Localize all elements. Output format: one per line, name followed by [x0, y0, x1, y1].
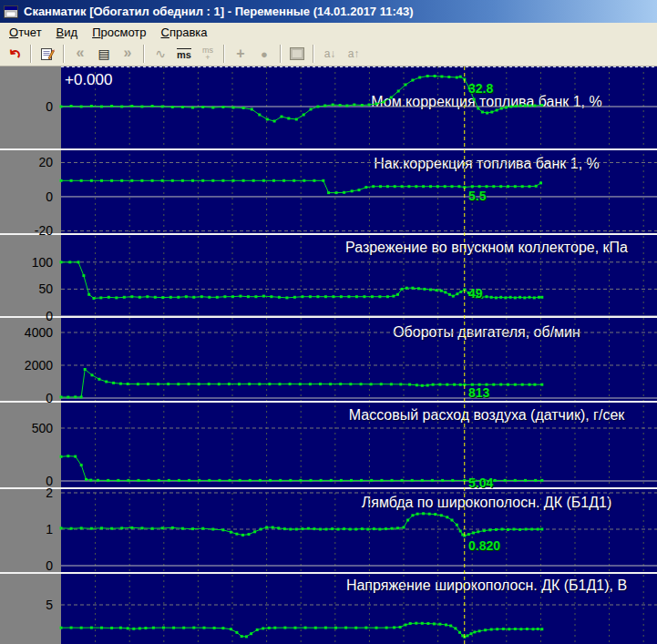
report-button[interactable]: [36, 44, 59, 64]
axis-tick-label: 0: [0, 558, 53, 573]
axis-tick-label: 4000: [0, 325, 53, 340]
axis-tick-label: 100: [0, 255, 53, 270]
ms-mode-button[interactable]: ms: [172, 44, 196, 64]
toolbar-separator: [223, 45, 225, 63]
axis-tick-label: 0: [0, 189, 53, 204]
axis-tick-label: 0: [0, 309, 53, 323]
axis-tick-label: -20: [0, 223, 53, 238]
charts-area: +0.000 Мом.коррекция топлива банк 1, %На…: [0, 66, 657, 644]
prev-page-button[interactable]: «: [68, 44, 92, 64]
ms-plus-icon: ms+: [202, 46, 213, 61]
toolbar-separator: [280, 45, 282, 63]
trace-line: [61, 514, 542, 536]
axis-tick-label: 50: [0, 281, 53, 296]
record-circle-icon: ●: [261, 47, 268, 61]
param-list-button[interactable]: ▤: [92, 44, 116, 64]
notepad-icon: [40, 46, 55, 61]
font-larger-button[interactable]: a↑: [342, 44, 365, 64]
font-up-icon: a↑: [348, 47, 360, 60]
window-title: Сканматик [Обогатил обеднил : 1] - Перем…: [24, 5, 414, 18]
list-icon: ▤: [98, 46, 109, 61]
cursor-readout: +0.000: [65, 71, 112, 89]
cursor-value-label: 49: [468, 286, 483, 301]
cursor-value-label: 813: [468, 385, 489, 400]
menu-help[interactable]: Справка: [154, 24, 215, 41]
toolbar-separator: [30, 45, 32, 63]
menu-report[interactable]: Отчет: [2, 24, 49, 41]
axis-tick-label: 5: [0, 598, 53, 612]
cursor-value-label: 5.5: [468, 189, 486, 203]
snapshot-button[interactable]: [285, 44, 309, 64]
exit-arrow-icon: ↶: [5, 43, 25, 64]
marker-cross-icon: +: [236, 46, 244, 62]
menu-bar: Отчет Вид Просмотр Справка: [0, 23, 657, 42]
next-page-button[interactable]: »: [116, 44, 139, 64]
axis-tick-label: 0: [0, 99, 53, 114]
image-icon: [290, 47, 304, 60]
font-smaller-button[interactable]: a↓: [318, 44, 342, 64]
trace-markers: [60, 622, 544, 639]
menu-browse[interactable]: Просмотр: [85, 24, 153, 41]
axis-tick-label: 20: [0, 155, 53, 169]
axis-tick-label: 2: [0, 486, 53, 500]
exit-button[interactable]: ↶: [3, 44, 26, 64]
cursor-value-label: 0.820: [468, 538, 500, 553]
axis-tick-label: 500: [0, 421, 53, 435]
chevrons-right-icon: »: [124, 45, 132, 61]
wave-mode-button[interactable]: ∿: [149, 44, 172, 64]
axis-tick-label: 2000: [0, 358, 53, 373]
title-bar: Сканматик [Обогатил обеднил : 1] - Перем…: [0, 0, 657, 23]
ms-plus-button[interactable]: ms+: [196, 44, 220, 64]
sine-wave-icon: ∿: [155, 46, 166, 61]
cursor-value-label: 32.8: [468, 81, 493, 96]
toolbar: ↶ « ▤ » ∿ ms ms+ + ● a↓ a↑: [0, 42, 657, 66]
marker-button[interactable]: +: [229, 44, 252, 64]
toolbar-separator: [63, 45, 65, 63]
app-icon: [4, 5, 18, 18]
axis-tick-label: 1: [0, 522, 53, 537]
toolbar-separator: [313, 45, 314, 63]
toolbar-separator: [143, 45, 145, 63]
menu-view[interactable]: Вид: [49, 24, 86, 41]
cursor-value-label: 5.04: [468, 475, 493, 490]
record-button[interactable]: ●: [252, 44, 276, 64]
trace-layer: [0, 66, 657, 644]
ms-icon: ms: [177, 48, 191, 59]
font-down-icon: a↓: [324, 47, 336, 60]
axis-tick-label: 0: [0, 391, 53, 405]
chevrons-left-icon: «: [77, 45, 85, 61]
